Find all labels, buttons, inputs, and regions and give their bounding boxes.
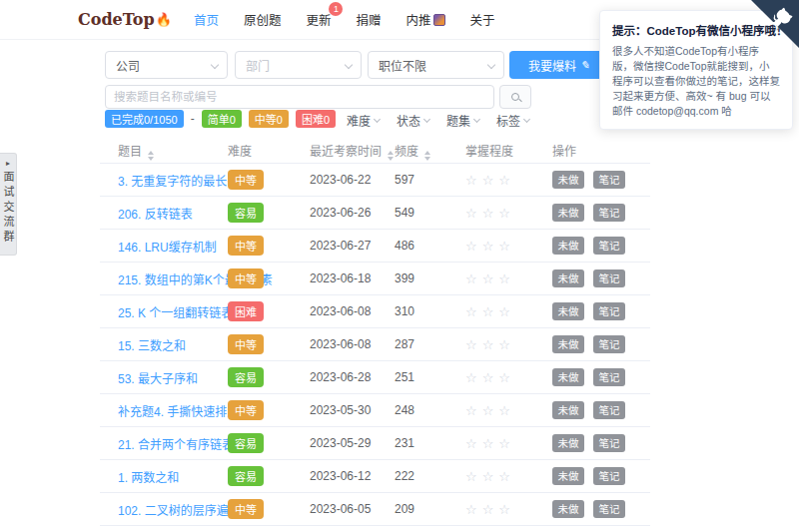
note-button[interactable]: 笔记: [593, 237, 625, 255]
nav-item-about[interactable]: 关于: [470, 10, 495, 29]
star-icon[interactable]: ☆: [482, 503, 494, 516]
interview-group-side-tab[interactable]: ▸ 面试交流群: [0, 153, 17, 256]
tags-filter-label: 标签: [496, 112, 520, 129]
difficulty-filter-dropdown[interactable]: 难度: [347, 112, 380, 129]
logo[interactable]: CodeTop 🔥: [78, 10, 172, 29]
nav-item-referral[interactable]: 内推: [406, 10, 445, 29]
github-corner-icon[interactable]: [751, 0, 799, 48]
question-link[interactable]: 25. K 个一组翻转链表: [118, 303, 233, 320]
nav-item-home[interactable]: 首页: [194, 10, 219, 29]
header-frequency-sort[interactable]: 频度: [395, 142, 430, 161]
star-icon[interactable]: ☆: [482, 371, 494, 384]
report-button[interactable]: 我要爆料 ✎: [509, 51, 608, 79]
mastery-stars[interactable]: ☆☆☆: [465, 437, 510, 450]
star-icon[interactable]: ☆: [465, 404, 477, 417]
position-select[interactable]: 职位不限: [368, 51, 504, 79]
question-link[interactable]: 21. 合并两个有序链表: [118, 435, 234, 452]
note-button[interactable]: 笔记: [593, 269, 625, 287]
todo-button[interactable]: 未做: [552, 500, 584, 518]
star-icon[interactable]: ☆: [498, 338, 510, 351]
star-icon[interactable]: ☆: [482, 437, 494, 450]
mastery-stars[interactable]: ☆☆☆: [465, 207, 510, 220]
star-icon[interactable]: ☆: [465, 305, 477, 318]
star-icon[interactable]: ☆: [465, 437, 477, 450]
todo-button[interactable]: 未做: [552, 467, 584, 485]
note-button[interactable]: 笔记: [593, 171, 625, 189]
question-link[interactable]: 15. 三数之和: [118, 336, 186, 353]
star-icon[interactable]: ☆: [465, 371, 477, 384]
question-link[interactable]: 补充题4. 手撕快速排序: [118, 402, 239, 419]
star-icon[interactable]: ☆: [498, 305, 510, 318]
question-link[interactable]: 53. 最大子序和: [118, 369, 198, 386]
question-link[interactable]: 102. 二叉树的层序遍历: [118, 501, 241, 518]
header-title-sort[interactable]: 题目: [118, 142, 154, 161]
star-icon[interactable]: ☆: [482, 272, 494, 285]
note-button[interactable]: 笔记: [593, 368, 625, 386]
star-icon[interactable]: ☆: [498, 174, 510, 187]
note-button[interactable]: 笔记: [593, 434, 625, 452]
todo-button[interactable]: 未做: [552, 368, 584, 386]
todo-button[interactable]: 未做: [552, 335, 584, 353]
star-icon[interactable]: ☆: [465, 338, 477, 351]
star-icon[interactable]: ☆: [465, 503, 477, 516]
star-icon[interactable]: ☆: [482, 470, 494, 483]
star-icon[interactable]: ☆: [498, 240, 510, 253]
department-select[interactable]: 部门: [235, 51, 362, 79]
status-filter-label: 状态: [397, 112, 420, 129]
todo-button[interactable]: 未做: [552, 434, 584, 452]
question-link[interactable]: 146. LRU缓存机制: [118, 238, 217, 255]
star-icon[interactable]: ☆: [465, 272, 477, 285]
star-icon[interactable]: ☆: [482, 338, 494, 351]
nav-item-updates[interactable]: 更新 1: [306, 10, 331, 29]
note-button[interactable]: 笔记: [593, 500, 625, 518]
mastery-stars[interactable]: ☆☆☆: [465, 338, 510, 351]
note-button[interactable]: 笔记: [593, 302, 625, 320]
company-select[interactable]: 公司: [105, 51, 228, 79]
nav-item-donate[interactable]: 捐赠: [356, 10, 381, 29]
search-button[interactable]: [499, 85, 531, 109]
star-icon[interactable]: ☆: [498, 470, 510, 483]
note-button[interactable]: 笔记: [593, 467, 625, 485]
todo-button[interactable]: 未做: [552, 401, 584, 419]
problemset-filter-dropdown[interactable]: 题集: [446, 112, 479, 129]
question-link[interactable]: 1. 两数之和: [118, 468, 179, 485]
tags-filter-dropdown[interactable]: 标签: [496, 112, 529, 129]
status-filter-dropdown[interactable]: 状态: [397, 112, 429, 129]
star-icon[interactable]: ☆: [465, 174, 477, 187]
mastery-stars[interactable]: ☆☆☆: [465, 272, 510, 285]
todo-button[interactable]: 未做: [552, 237, 584, 255]
question-link[interactable]: 206. 反转链表: [118, 205, 193, 222]
note-button[interactable]: 笔记: [593, 401, 625, 419]
star-icon[interactable]: ☆: [465, 240, 477, 253]
star-icon[interactable]: ☆: [465, 470, 477, 483]
star-icon[interactable]: ☆: [482, 240, 494, 253]
search-input[interactable]: [105, 85, 494, 109]
star-icon[interactable]: ☆: [498, 207, 510, 220]
star-icon[interactable]: ☆: [465, 207, 477, 220]
star-icon[interactable]: ☆: [482, 404, 494, 417]
star-icon[interactable]: ☆: [498, 404, 510, 417]
star-icon[interactable]: ☆: [498, 437, 510, 450]
mastery-stars[interactable]: ☆☆☆: [465, 174, 510, 187]
star-icon[interactable]: ☆: [498, 503, 510, 516]
star-icon[interactable]: ☆: [482, 174, 494, 187]
todo-button[interactable]: 未做: [552, 171, 584, 189]
mastery-stars[interactable]: ☆☆☆: [465, 470, 510, 483]
star-icon[interactable]: ☆: [498, 272, 510, 285]
todo-button[interactable]: 未做: [552, 269, 584, 287]
star-icon[interactable]: ☆: [482, 305, 494, 318]
star-icon[interactable]: ☆: [498, 371, 510, 384]
nav-item-original[interactable]: 原创题: [244, 10, 282, 29]
mastery-stars[interactable]: ☆☆☆: [465, 371, 510, 384]
todo-button[interactable]: 未做: [552, 204, 584, 222]
mastery-stars[interactable]: ☆☆☆: [465, 404, 510, 417]
header-date-sort[interactable]: 最近考察时间: [310, 142, 394, 161]
note-button[interactable]: 笔记: [593, 335, 625, 353]
completed-count-tag: 已完成0/1050: [105, 110, 184, 128]
todo-button[interactable]: 未做: [552, 302, 584, 320]
mastery-stars[interactable]: ☆☆☆: [465, 305, 510, 318]
star-icon[interactable]: ☆: [482, 207, 494, 220]
mastery-stars[interactable]: ☆☆☆: [465, 240, 510, 253]
note-button[interactable]: 笔记: [593, 204, 625, 222]
mastery-stars[interactable]: ☆☆☆: [465, 503, 510, 516]
